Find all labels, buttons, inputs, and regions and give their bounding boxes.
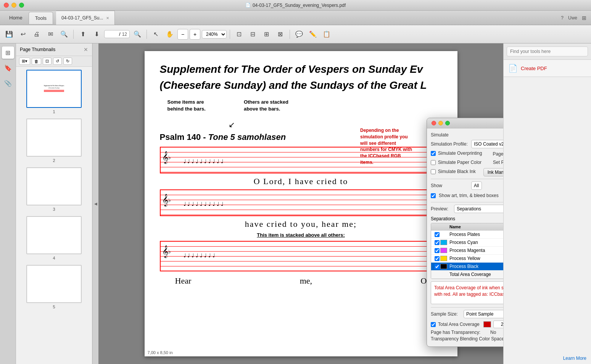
forms-button[interactable]: 📋 — [320, 28, 333, 40]
tac-value-input[interactable] — [493, 321, 503, 328]
transparency-page-value: No — [490, 330, 496, 335]
thumbnail-3[interactable]: 3 — [19, 167, 89, 212]
sidebar-pages-icon[interactable]: ⊞ — [2, 47, 14, 59]
hand-tool-button[interactable]: ✋ — [164, 28, 176, 40]
select-tool-button[interactable]: ↖ — [150, 28, 162, 40]
mail-button[interactable]: ✉ — [44, 28, 56, 40]
info-text: Total Area Coverage of ink when separate… — [434, 285, 503, 298]
learn-more-link[interactable]: Learn More — [504, 353, 591, 364]
simulate-paper-checkbox[interactable] — [431, 160, 436, 165]
fit-width-button[interactable]: ⊞ — [261, 28, 273, 40]
title-bar: 📄 04-03-17_GF5_Sunday_evening_Vespers.pd… — [0, 0, 591, 11]
prev-page-button[interactable]: ⬆ — [77, 28, 89, 40]
thumbnail-duplicate-button[interactable]: ⊡ — [43, 58, 52, 65]
dialog-maximize-button[interactable] — [445, 121, 450, 125]
sep-checkbox-cyan[interactable] — [435, 240, 440, 245]
left-sidebar: ⊞ 🔖 📎 — [0, 43, 16, 364]
sidebar-attachment-icon[interactable]: 📎 — [2, 77, 14, 89]
sidebar-bookmark-icon[interactable]: 🔖 — [2, 62, 14, 74]
tac-checkbox[interactable] — [431, 322, 436, 327]
sep-checkbox-plates[interactable] — [435, 232, 440, 237]
sep-row-yellow[interactable]: Process Yellow 58% — [431, 255, 503, 263]
thumbnail-redo-button[interactable]: ↻ — [63, 58, 72, 65]
simulate-overprinting-checkbox[interactable] — [431, 151, 436, 156]
tools-search-input[interactable] — [507, 47, 588, 56]
sep-row-process-plates: Process Plates — [431, 231, 503, 239]
zoom-in-button[interactable]: + — [190, 29, 200, 40]
thumbnail-toolbar: ⊞▾ 🗑 ⊡ ↺ ↻ — [16, 56, 92, 67]
comment-button[interactable]: 💬 — [293, 28, 305, 40]
thumbnail-image-3 — [26, 167, 82, 205]
actual-size-button[interactable]: ⊟ — [247, 28, 259, 40]
toolbar-separator-3 — [230, 30, 230, 39]
simulate-paper-label: Simulate Paper Color — [438, 160, 481, 165]
search-button[interactable]: 🔍 — [58, 28, 70, 40]
sep-row-cyan[interactable]: Process Cyan 78% — [431, 239, 503, 247]
ink-manager-button[interactable]: Ink Manager — [483, 168, 503, 176]
separations-label: Separations — [431, 216, 503, 221]
collapse-panel-arrow[interactable]: ◀ — [92, 43, 98, 364]
sep-checkbox-black[interactable] — [435, 264, 440, 269]
main-area: ⊞ 🔖 📎 Page Thumbnails ✕ ⊞▾ 🗑 ⊡ ↺ ↻ Suppl… — [0, 43, 591, 364]
annotate-button[interactable]: ✏️ — [307, 28, 319, 40]
thumbnail-4[interactable]: 4 — [19, 216, 89, 260]
user-button[interactable]: Uwe — [568, 15, 577, 21]
pdf-area[interactable]: Supplement for The Order of Vespers on S… — [98, 43, 503, 364]
close-button[interactable] — [4, 3, 9, 8]
help-button[interactable]: ? — [561, 15, 564, 21]
sample-size-label: Sample Size: — [431, 311, 461, 317]
minimize-button[interactable] — [11, 3, 16, 8]
tab-home[interactable]: Home — [3, 12, 29, 24]
back-button[interactable]: ↩ — [17, 28, 29, 40]
show-section: Show All Warning Opacity: 100 % — [431, 181, 503, 200]
sep-row-magenta[interactable]: Process Magenta 68% — [431, 247, 503, 255]
dialog-minimize-button[interactable] — [438, 121, 443, 125]
simulate-label: Simulate — [431, 132, 503, 138]
page-input[interactable]: 1 — [107, 32, 118, 37]
simulation-profile-select-wrapper: ISO Coated v2 300% (ECI) — [471, 140, 503, 148]
doc-tab-close[interactable]: ✕ — [106, 16, 109, 20]
show-select[interactable]: All — [471, 181, 482, 190]
thumbnail-number-3: 3 — [53, 207, 55, 212]
sep-checkbox-yellow[interactable] — [435, 256, 440, 261]
toolbar-separator-4 — [290, 30, 290, 39]
thumbnail-undo-button[interactable]: ↺ — [53, 58, 62, 65]
sep-row-black[interactable]: Process Black 94% — [431, 263, 503, 271]
search-in-doc-button[interactable]: 🔍 — [131, 28, 143, 40]
tab-tools[interactable]: Tools — [29, 12, 53, 24]
thumbnail-1[interactable]: Supplement for The Order of Vespers (Che… — [19, 70, 89, 114]
show-art-trim-checkbox[interactable] — [431, 193, 436, 198]
doc-tab[interactable]: 04-03-17_GF5_Su... ✕ — [56, 11, 115, 25]
sep-check-magenta — [433, 248, 440, 253]
thumbnail-5[interactable]: 5 — [19, 265, 89, 309]
print-button[interactable]: 🖨 — [31, 28, 43, 40]
zoom-out-button[interactable]: − — [177, 29, 188, 40]
next-page-button[interactable]: ⬇ — [90, 28, 103, 40]
thumbnail-grid-button[interactable]: ⊞▾ — [19, 58, 30, 65]
thumbnail-delete-button[interactable]: 🗑 — [32, 58, 41, 65]
pdf-header-2: (Cheesefare Sunday) and the Sundays of t… — [160, 79, 442, 92]
ending-row: Hear me, O — [160, 276, 442, 286]
sep-checkbox-magenta[interactable] — [435, 248, 440, 253]
zoom-select[interactable]: 240% — [202, 30, 227, 38]
simulation-profile-select[interactable]: ISO Coated v2 300% (ECI) — [471, 140, 503, 148]
scroll-mode-button[interactable]: ⊠ — [274, 28, 287, 40]
sample-size-select[interactable]: Point Sample — [464, 310, 503, 318]
dialog-title: Output Preview — [454, 120, 503, 126]
thumbnail-close-button[interactable]: ✕ — [84, 47, 88, 53]
maximize-button[interactable] — [19, 3, 24, 8]
preview-select[interactable]: Separations — [454, 205, 503, 213]
fit-page-button[interactable]: ⊡ — [233, 28, 245, 40]
separations-section: Separations Name — [431, 216, 503, 279]
create-pdf-button[interactable]: 📄 Create PDF — [504, 60, 591, 77]
paper-color-row: Simulate Paper Color Set Page Background… — [431, 160, 503, 167]
simulate-black-ink-checkbox[interactable] — [431, 169, 436, 174]
thumbnail-image-1: Supplement for The Order of Vespers (Che… — [26, 70, 82, 108]
dialog-close-button[interactable] — [432, 121, 436, 125]
thumbnail-2[interactable]: 2 — [19, 119, 89, 163]
tac-color-swatch[interactable] — [483, 321, 491, 327]
nav-tabs: Home Tools — [0, 11, 56, 25]
right-panel-spacer — [504, 77, 591, 353]
thumbnail-panel: Page Thumbnails ✕ ⊞▾ 🗑 ⊡ ↺ ↻ Supplement … — [16, 43, 92, 364]
save-button[interactable]: 💾 — [3, 28, 15, 40]
